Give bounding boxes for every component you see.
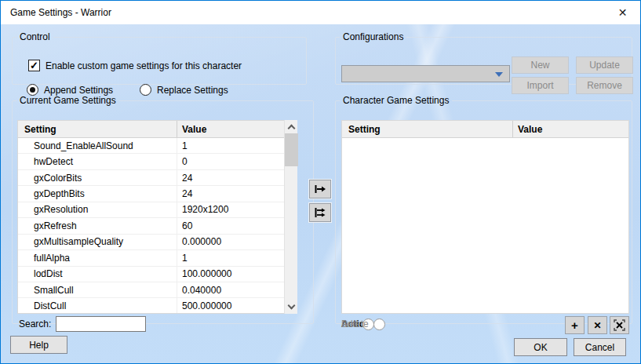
- current-game-settings-label: Current Game Settings: [16, 95, 119, 106]
- add-setting-button[interactable]: +: [565, 316, 585, 334]
- dialog-window: Game Settings - Warrior ✕ Control ✓ Enab…: [0, 0, 641, 364]
- action-row: Action: Add Delete: [341, 318, 381, 330]
- setting-value: 60: [177, 218, 284, 233]
- current-settings-table: Setting Value Sound_EnableAllSound1hwDet…: [17, 120, 284, 314]
- chevron-down-icon: [495, 72, 503, 77]
- control-group-label: Control: [16, 31, 53, 42]
- append-settings-label: Append Settings: [44, 85, 113, 96]
- setting-name: SmallCull: [18, 282, 177, 297]
- setting-name: gxDepthBits: [18, 186, 177, 201]
- import-button[interactable]: Import: [512, 77, 569, 94]
- setting-name: gxResolution: [18, 202, 177, 217]
- setting-name: gxMultisampleQuality: [18, 235, 177, 249]
- configurations-group-label: Configurations: [340, 31, 406, 42]
- action-delete-label: Delete: [341, 318, 369, 329]
- current-settings-rows: Sound_EnableAllSound1hwDetect0gxColorBit…: [18, 138, 284, 313]
- delete-all-icon: [614, 319, 625, 331]
- radio-dot-selected: [30, 87, 35, 93]
- setting-value: 100.000000: [177, 267, 284, 282]
- setting-name: fullAlpha: [18, 250, 177, 265]
- ok-button[interactable]: OK: [514, 338, 567, 356]
- character-settings-table: Setting Value: [341, 120, 629, 314]
- title-bar: Game Settings - Warrior ✕: [1, 1, 640, 24]
- setting-value: 24: [177, 170, 284, 185]
- update-button[interactable]: Update: [576, 56, 633, 74]
- action-delete-radio[interactable]: Delete: [341, 318, 385, 330]
- table-row[interactable]: Sound_EnableAllSound1: [18, 138, 284, 154]
- control-group: Control ✓ Enable custom game settings fo…: [12, 31, 307, 85]
- setting-value: 0.000000: [177, 235, 284, 249]
- move-selected-right-button[interactable]: [309, 180, 331, 198]
- help-button[interactable]: Help: [10, 336, 67, 354]
- search-row: Search:: [19, 316, 146, 332]
- setting-value: 24: [177, 186, 284, 201]
- table-row[interactable]: fullAlpha1: [18, 250, 284, 266]
- configurations-group: Configurations New Update Import Remove: [335, 31, 632, 85]
- append-settings-radio[interactable]: Append Settings: [27, 84, 113, 96]
- remove-button[interactable]: Remove: [576, 77, 633, 94]
- search-label: Search:: [19, 318, 51, 329]
- scrollbar-thumb[interactable]: [285, 133, 298, 166]
- character-game-settings-group: Character Game Settings Setting Value Ac…: [335, 95, 632, 324]
- table-header: Setting Value: [18, 121, 284, 138]
- column-header-setting[interactable]: Setting: [18, 121, 177, 137]
- new-button[interactable]: New: [512, 56, 569, 74]
- cancel-button[interactable]: Cancel: [574, 338, 626, 356]
- radio-circle: [27, 84, 38, 96]
- replace-settings-radio[interactable]: Replace Settings: [140, 84, 228, 96]
- radio-circle: [140, 84, 151, 96]
- window-title: Game Settings - Warrior: [10, 7, 111, 18]
- table-row[interactable]: lodDist100.000000: [18, 267, 284, 282]
- table-row[interactable]: gxRefresh60: [18, 218, 284, 234]
- setting-value: 1920x1200: [177, 202, 284, 217]
- setting-name: gxRefresh: [18, 218, 177, 233]
- delete-setting-button[interactable]: ✕: [588, 316, 607, 334]
- table-row[interactable]: gxColorBits24: [18, 170, 284, 186]
- column-header-value[interactable]: Value: [512, 121, 628, 137]
- replace-settings-label: Replace Settings: [157, 85, 228, 96]
- table-row[interactable]: DistCull500.000000: [18, 298, 284, 313]
- radio-circle: [373, 318, 385, 330]
- delete-all-settings-button[interactable]: [610, 316, 629, 334]
- column-header-setting[interactable]: Setting: [342, 121, 512, 137]
- plus-icon: +: [571, 318, 578, 332]
- current-game-settings-group: Current Game Settings Setting Value Soun…: [12, 95, 314, 324]
- configurations-dropdown[interactable]: [341, 65, 510, 82]
- setting-value: 1: [177, 250, 284, 265]
- dialog-content: Control ✓ Enable custom game settings fo…: [1, 24, 640, 363]
- delete-x-icon: ✕: [593, 320, 601, 331]
- enable-custom-settings-label: Enable custom game settings for this cha…: [46, 60, 242, 71]
- table-row[interactable]: gxMultisampleQuality0.000000: [18, 235, 284, 250]
- vertical-scrollbar[interactable]: [284, 120, 297, 314]
- move-all-right-button[interactable]: [309, 203, 331, 222]
- enable-custom-settings-row: ✓ Enable custom game settings for this c…: [28, 60, 242, 71]
- setting-value: 500.000000: [177, 298, 284, 313]
- setting-name: Sound_EnableAllSound: [18, 138, 177, 153]
- setting-value: 1: [177, 138, 284, 153]
- close-icon[interactable]: ✕: [605, 1, 640, 24]
- setting-name: gxColorBits: [18, 170, 177, 185]
- setting-name: lodDist: [18, 267, 177, 282]
- setting-name: hwDetect: [18, 154, 177, 169]
- setting-value: 0: [177, 154, 284, 169]
- table-row[interactable]: gxDepthBits24: [18, 186, 284, 202]
- scroll-down-icon[interactable]: [285, 300, 298, 314]
- column-header-value[interactable]: Value: [177, 121, 284, 137]
- table-header: Setting Value: [342, 121, 628, 138]
- search-input[interactable]: [56, 316, 146, 332]
- setting-value: 0.040000: [177, 282, 284, 297]
- move-one-right-icon: [314, 184, 326, 194]
- table-row[interactable]: hwDetect0: [18, 154, 284, 169]
- scroll-up-icon[interactable]: [285, 120, 298, 133]
- current-settings-table-wrap: Setting Value Sound_EnableAllSound1hwDet…: [17, 120, 297, 314]
- character-game-settings-label: Character Game Settings: [340, 95, 452, 106]
- enable-custom-settings-checkbox[interactable]: ✓: [28, 60, 40, 71]
- table-row[interactable]: gxResolution1920x1200: [18, 202, 284, 218]
- character-settings-rows: [342, 138, 628, 313]
- move-all-right-icon: [314, 207, 326, 218]
- table-row[interactable]: SmallCull0.040000: [18, 282, 284, 298]
- setting-name: DistCull: [18, 298, 177, 313]
